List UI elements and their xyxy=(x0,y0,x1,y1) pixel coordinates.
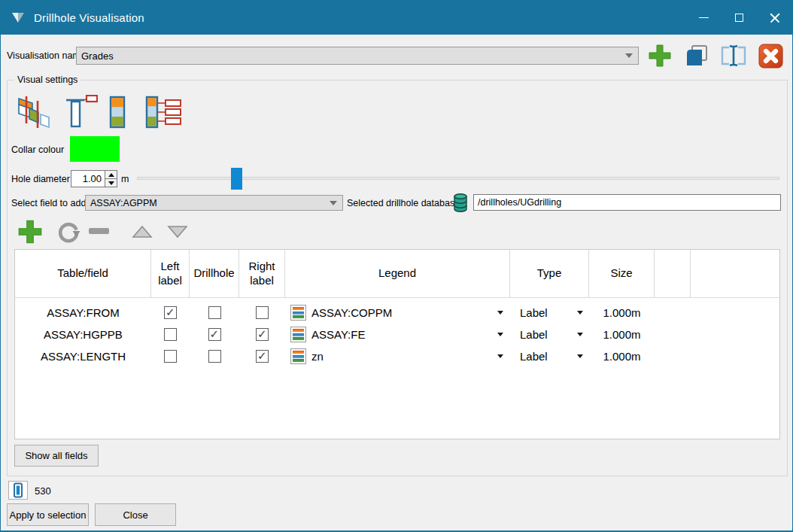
maximize-button[interactable] xyxy=(722,1,757,35)
rename-icon xyxy=(720,44,747,68)
table-row[interactable]: ASSAY:LENGTH zn Label 1.000m xyxy=(15,345,779,367)
database-path-field[interactable]: /drillholes/UGdrilling xyxy=(473,194,781,211)
legend-dropdown-icon[interactable] xyxy=(497,354,503,358)
field-name: ASSAY:HGPPB xyxy=(15,324,151,345)
chevron-down-icon xyxy=(330,201,337,205)
move-field-down-button[interactable] xyxy=(166,223,190,240)
visual-settings-label: Visual settings xyxy=(14,74,81,85)
collar-label-style-button[interactable] xyxy=(62,94,99,130)
legend-dropdown-icon[interactable] xyxy=(497,311,503,315)
rename-visualisation-button[interactable] xyxy=(720,43,747,68)
hole-diameter-value: 1.00 xyxy=(71,171,105,187)
minimize-button[interactable] xyxy=(686,1,722,35)
interval-fill-style-button[interactable] xyxy=(106,94,129,130)
app-logo-icon xyxy=(11,12,25,24)
database-path-value: /drillholes/UGdrilling xyxy=(478,197,561,208)
drillhole-visualisation-window: Drillhole Visualisation Visualisation na… xyxy=(0,0,793,532)
col-header-filler xyxy=(691,250,779,298)
field-name: ASSAY:LENGTH xyxy=(15,345,151,367)
close-icon xyxy=(770,13,780,23)
triangle-down-icon xyxy=(166,224,189,239)
type-dropdown-icon[interactable] xyxy=(577,354,583,358)
interval-labels-icon xyxy=(144,95,184,129)
size-value[interactable]: 1.000m xyxy=(589,345,655,367)
visualisation-name-combo[interactable]: Grades xyxy=(76,47,639,65)
legend-colours-icon[interactable] xyxy=(290,327,306,342)
col-header-table-field[interactable]: Table/field xyxy=(15,250,151,298)
close-dialog-button[interactable]: Close xyxy=(95,503,176,526)
hole-diameter-slider-handle[interactable] xyxy=(231,168,242,190)
delete-visualisation-button[interactable] xyxy=(758,43,783,68)
col-header-size[interactable]: Size xyxy=(589,250,655,298)
selection-count-button[interactable] xyxy=(8,481,28,500)
spin-up-button[interactable] xyxy=(105,171,117,179)
chevron-down-icon xyxy=(625,53,633,58)
apply-to-selection-button[interactable]: Apply to selection xyxy=(7,503,89,526)
select-field-value: ASSAY:AGPPM xyxy=(90,198,157,208)
col-header-legend[interactable]: Legend xyxy=(285,250,510,298)
table-header-row: Table/field Left label Drillhole Right l… xyxy=(15,250,779,298)
move-field-up-button[interactable] xyxy=(130,223,154,240)
table-row[interactable]: ASSAY:FROM ASSAY:COPPM Label 1.000m xyxy=(15,302,779,324)
selection-count-value: 530 xyxy=(35,485,51,497)
hole-diameter-spinner[interactable]: 1.00 xyxy=(71,170,117,187)
left-label-checkbox[interactable] xyxy=(164,306,177,319)
right-label-checkbox[interactable] xyxy=(256,306,269,319)
close-button[interactable] xyxy=(757,1,792,35)
legend-value: ASSAY:COPPM xyxy=(311,306,392,319)
drillhole-checkbox[interactable] xyxy=(208,328,221,341)
right-label-checkbox[interactable] xyxy=(256,328,269,341)
left-label-checkbox[interactable] xyxy=(164,328,177,341)
drillhole-checkbox[interactable] xyxy=(208,350,221,363)
copy-visualisation-button[interactable] xyxy=(684,43,709,68)
collar-colour-swatch[interactable] xyxy=(70,136,120,162)
remove-field-button[interactable] xyxy=(89,228,109,234)
refresh-fields-button[interactable] xyxy=(55,219,82,246)
select-field-combo[interactable]: ASSAY:AGPPM xyxy=(85,195,343,211)
right-label-checkbox[interactable] xyxy=(256,350,269,363)
type-value: Label xyxy=(520,350,548,363)
collar-label-icon xyxy=(63,95,98,129)
legend-colours-icon[interactable] xyxy=(290,348,306,364)
add-visualisation-button[interactable] xyxy=(646,42,673,69)
type-value: Label xyxy=(520,328,548,341)
show-all-fields-button[interactable]: Show all fields xyxy=(14,445,99,467)
titlebar: Drillhole Visualisation xyxy=(1,1,792,35)
field-name: ASSAY:FROM xyxy=(15,302,151,324)
triangle-up-icon xyxy=(131,224,153,239)
col-header-left-label[interactable]: Left label xyxy=(151,250,190,298)
hole-intervals-icon xyxy=(107,95,128,129)
spin-down-icon xyxy=(108,181,114,185)
spin-down-button[interactable] xyxy=(105,179,117,187)
drillhole-count-icon xyxy=(12,482,24,498)
type-dropdown-icon[interactable] xyxy=(577,333,583,336)
col-header-empty xyxy=(655,250,691,298)
table-row[interactable]: ASSAY:HGPPB ASSAY:FE Label 1.000m xyxy=(15,324,779,345)
legend-value: zn xyxy=(311,350,324,363)
col-header-right-label[interactable]: Right label xyxy=(239,250,285,298)
type-dropdown-icon[interactable] xyxy=(577,311,583,315)
left-label-checkbox[interactable] xyxy=(164,350,177,363)
copy-icon xyxy=(685,44,709,68)
hole-diameter-unit: m xyxy=(121,174,129,184)
add-field-button[interactable] xyxy=(16,217,44,246)
visualisation-name-value: Grades xyxy=(81,50,114,62)
window-title: Drillhole Visualisation xyxy=(34,11,144,24)
legend-colours-icon[interactable] xyxy=(290,305,306,321)
trace-style-button[interactable] xyxy=(14,94,52,130)
maximize-icon xyxy=(735,14,743,22)
plus-icon xyxy=(17,218,44,245)
legend-dropdown-icon[interactable] xyxy=(497,333,503,336)
visualisation-name-label: Visualisation name xyxy=(7,50,86,61)
hole-diameter-label: Hole diameter xyxy=(11,174,70,184)
col-header-type[interactable]: Type xyxy=(510,250,589,298)
minimize-icon xyxy=(699,17,709,18)
col-header-drillhole[interactable]: Drillhole xyxy=(190,250,239,298)
size-value[interactable]: 1.000m xyxy=(589,302,655,324)
fields-table: Table/field Left label Drillhole Right l… xyxy=(14,249,780,439)
legend-value: ASSAY:FE xyxy=(311,328,365,341)
interval-labels-style-button[interactable] xyxy=(144,94,184,130)
size-value[interactable]: 1.000m xyxy=(589,324,655,345)
plus-icon xyxy=(647,43,673,68)
drillhole-checkbox[interactable] xyxy=(208,306,221,319)
